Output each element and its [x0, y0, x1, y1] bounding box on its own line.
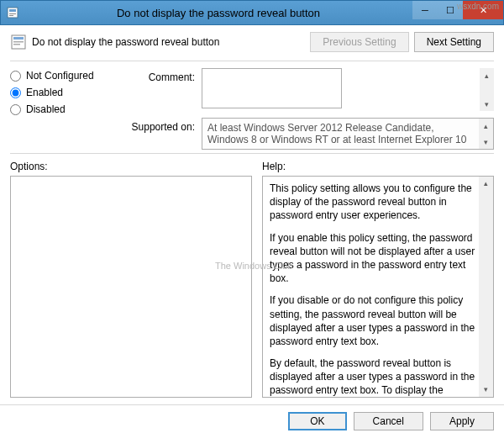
comment-scrollbar[interactable]: ▴ ▾	[480, 68, 494, 111]
radio-label: Enabled	[26, 87, 63, 98]
svg-rect-6	[13, 41, 24, 43]
policy-title: Do not display the password reveal butto…	[32, 36, 305, 48]
radio-not-configured[interactable]: Not Configured	[10, 70, 119, 82]
options-panel-col: Options:	[10, 161, 252, 398]
help-scrollbar[interactable]: ▴ ▾	[479, 177, 493, 397]
radio-disabled[interactable]: Disabled	[10, 103, 119, 115]
minimize-button[interactable]: ─	[412, 1, 438, 19]
help-panel-col: Help: This policy setting allows you to …	[262, 161, 494, 398]
svg-rect-7	[13, 44, 20, 45]
content-area: Do not display the password reveal butto…	[0, 25, 504, 404]
scroll-down-icon[interactable]: ▾	[479, 383, 493, 397]
radio-enabled-input[interactable]	[10, 87, 21, 98]
scroll-down-icon[interactable]: ▾	[479, 135, 493, 149]
svg-rect-1	[9, 9, 16, 12]
panels-row: Options: Help: This policy setting allow…	[10, 161, 494, 398]
app-icon	[6, 6, 19, 19]
comment-input[interactable]	[202, 68, 342, 108]
help-paragraph: This policy setting allows you to config…	[270, 182, 476, 223]
supported-row: Supported on: At least Windows Server 20…	[129, 118, 494, 150]
supported-on-box: At least Windows Server 2012 Release Can…	[202, 118, 494, 150]
scroll-up-icon[interactable]: ▴	[479, 119, 493, 133]
next-setting-button[interactable]: Next Setting	[414, 32, 494, 52]
help-paragraph: By default, the password reveal button i…	[270, 356, 476, 398]
radio-not-configured-input[interactable]	[10, 71, 21, 82]
options-label: Options:	[10, 161, 252, 172]
supported-label: Supported on:	[129, 118, 195, 133]
help-paragraph: If you enable this policy setting, the p…	[270, 231, 476, 286]
state-radios: Not Configured Enabled Disabled	[10, 68, 119, 150]
titlebar: Do not display the password reveal butto…	[0, 0, 504, 25]
help-box: This policy setting allows you to config…	[262, 176, 494, 398]
supported-on-text: At least Windows Server 2012 Release Can…	[207, 122, 466, 145]
policy-header-row: Do not display the password reveal butto…	[10, 32, 494, 52]
comment-label: Comment:	[129, 68, 195, 83]
window-title: Do not display the password reveal butto…	[24, 7, 412, 19]
supported-scrollbar[interactable]: ▴ ▾	[479, 119, 493, 149]
previous-setting-button[interactable]: Previous Setting	[310, 32, 408, 52]
scroll-down-icon[interactable]: ▾	[480, 97, 494, 111]
policy-icon	[10, 34, 27, 50]
ok-button[interactable]: OK	[288, 412, 346, 430]
dialog-footer: OK Cancel Apply	[0, 404, 504, 433]
radio-label: Disabled	[26, 103, 66, 115]
cancel-button[interactable]: Cancel	[354, 412, 423, 430]
divider	[10, 153, 494, 154]
config-row: Not Configured Enabled Disabled Comment:…	[10, 68, 494, 150]
svg-rect-5	[13, 37, 24, 40]
svg-rect-2	[9, 13, 16, 14]
options-box	[10, 176, 252, 398]
divider	[10, 61, 494, 61]
radio-enabled[interactable]: Enabled	[10, 87, 119, 98]
radio-disabled-input[interactable]	[10, 104, 21, 115]
help-paragraph: If you disable or do not configure this …	[270, 293, 476, 348]
svg-rect-0	[8, 8, 18, 18]
scroll-up-icon[interactable]: ▴	[480, 68, 494, 82]
apply-button[interactable]: Apply	[430, 412, 494, 430]
svg-rect-3	[9, 15, 13, 16]
radio-label: Not Configured	[26, 70, 94, 82]
scroll-up-icon[interactable]: ▴	[479, 177, 493, 191]
comment-row: Comment: ▴ ▾	[129, 68, 494, 111]
help-label: Help:	[262, 161, 494, 172]
source-watermark: wsxdn.com	[457, 2, 499, 11]
fields-col: Comment: ▴ ▾ Supported on: At least Wind…	[129, 68, 494, 150]
